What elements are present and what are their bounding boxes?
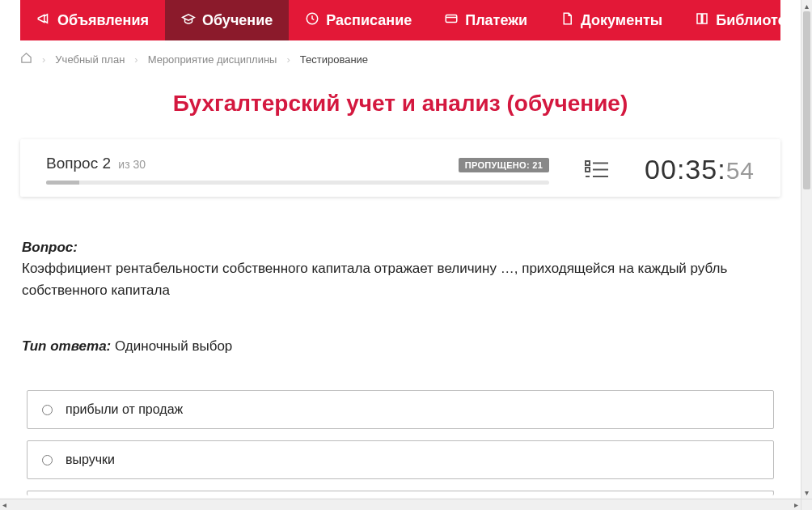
breadcrumb-link[interactable]: Мероприятие дисциплины [148,53,277,66]
nav-label: Документы [581,12,662,29]
timer-minutes: 00 [645,154,677,185]
question-list-button[interactable] [582,156,612,184]
option-label: выручки [66,453,115,467]
option-radio[interactable] [42,455,53,465]
breadcrumb-home[interactable] [20,52,32,66]
answer-type-label: Тип ответа: [22,338,111,354]
answer-type-row: Тип ответа: Одиночный выбор [22,338,779,355]
status-card: Вопрос 2 из 30 ПРОПУЩЕНО: 21 [20,139,780,197]
gradcap-icon [181,11,196,30]
horizontal-scrollbar[interactable]: ◂ ▸ [0,499,801,510]
nav-label: Библиотека [716,12,801,29]
scroll-left-icon[interactable]: ◂ [0,500,9,509]
option-radio[interactable] [42,405,53,415]
scroll-thumb[interactable] [803,11,810,189]
question-text-block: Вопрос: Коэффициент рентабельности собст… [22,237,779,301]
scroll-right-icon[interactable]: ▸ [792,500,801,509]
question-current: 2 [102,155,111,172]
scroll-down-icon[interactable]: ▾ [805,487,809,499]
question-total: 30 [133,158,146,171]
skipped-label: ПРОПУЩЕНО: [465,160,530,170]
question-label: Вопрос: [22,240,78,255]
nav-library[interactable]: Библиотека ▾ [679,0,801,40]
list-icon [585,159,609,181]
answer-type-value: Одиночный выбор [115,338,232,354]
breadcrumb-link[interactable]: Учебный план [55,53,125,66]
of-word: из [118,158,129,171]
chevron-right-icon: › [134,53,137,66]
main-nav: Объявления Обучение Расписание Платежи [20,0,780,40]
breadcrumb-current: Тестирование [300,53,368,66]
question-word: Вопрос [46,155,98,172]
scroll-corner [801,499,812,510]
progress-fill [46,181,79,185]
nav-learning[interactable]: Обучение [165,0,289,40]
scroll-up-icon[interactable]: ▴ [805,0,809,12]
options-list: прибыли от продаж выручки [22,390,779,495]
svg-rect-3 [586,168,590,172]
nav-label: Объявления [57,12,149,29]
timer: 00:35:54 [645,154,755,185]
skipped-badge: ПРОПУЩЕНО: 21 [459,158,549,172]
breadcrumb: › Учебный план › Мероприятие дисциплины … [20,40,780,78]
nav-payments[interactable]: Платежи [428,0,543,40]
nav-label: Платежи [465,12,527,29]
svg-rect-2 [586,161,590,165]
clock-icon [305,11,319,30]
doc-icon [560,11,574,30]
card-icon [444,11,459,30]
timer-seconds: 35 [685,154,717,185]
home-icon [20,52,32,64]
page-title: Бухгалтерский учет и анализ (обучение) [20,91,780,117]
skipped-count: 21 [532,160,543,170]
megaphone-icon [36,11,51,30]
question-section: Вопрос: Коэффициент рентабельности собст… [20,237,780,495]
progress-block: Вопрос 2 из 30 ПРОПУЩЕНО: 21 [46,155,549,185]
option-item[interactable]: прибыли от продаж [27,390,774,429]
nav-documents[interactable]: Документы [543,0,679,40]
option-item[interactable] [27,491,774,495]
question-text: Коэффициент рентабельности собственного … [22,261,727,297]
vertical-scrollbar[interactable]: ▴ ▾ [801,0,812,499]
timer-ms: 54 [726,157,755,184]
nav-schedule[interactable]: Расписание [289,0,428,40]
nav-label: Расписание [326,12,412,29]
chevron-right-icon: › [286,53,290,66]
nav-announcements[interactable]: Объявления [20,0,165,40]
book-icon [695,11,709,30]
progress-bar [46,181,549,185]
question-counter: Вопрос 2 из 30 [46,155,146,172]
option-item[interactable]: выручки [27,440,774,479]
svg-rect-1 [446,15,457,22]
chevron-right-icon: › [42,53,45,66]
option-label: прибыли от продаж [66,402,183,417]
nav-label: Обучение [202,12,273,29]
